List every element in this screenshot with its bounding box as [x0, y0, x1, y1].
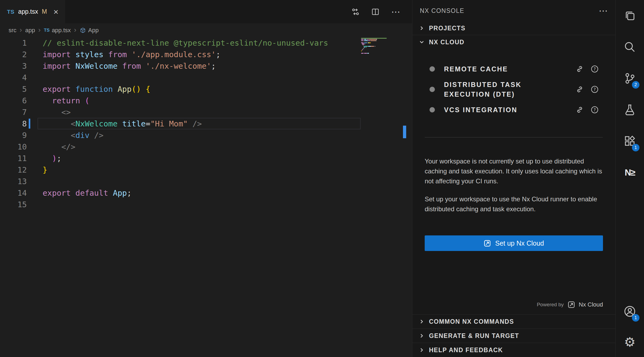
- extensions-badge: 1: [632, 144, 639, 151]
- setup-hint-text: Set up your workspace to use the Nx Clou…: [425, 194, 603, 214]
- code-line[interactable]: 10 </>: [0, 141, 361, 152]
- code-editor[interactable]: 1// eslint-disable-next-line @typescript…: [0, 37, 412, 210]
- line-number[interactable]: 14: [0, 188, 27, 198]
- account-icon[interactable]: 1: [617, 298, 643, 325]
- open-changes-icon[interactable]: [351, 8, 360, 16]
- code-line[interactable]: 9 <div />: [0, 129, 361, 141]
- nx-cloud-feature-item: REMOTE CACHE ?: [412, 59, 615, 79]
- code-line[interactable]: 7 <>: [0, 106, 361, 118]
- setup-button-label: Set up Nx Cloud: [495, 239, 544, 247]
- line-number[interactable]: 12: [0, 165, 27, 174]
- help-icon[interactable]: ?: [591, 85, 599, 93]
- code-line[interactable]: 14export default App;: [0, 187, 361, 199]
- line-number[interactable]: 1: [0, 38, 27, 48]
- nx-cloud-feature-list: REMOTE CACHE ? DISTRIBUTED TASK EXECUTIO…: [412, 59, 615, 120]
- activity-bar-top: 2 1 N≥: [617, 2, 643, 186]
- settings-gear-icon[interactable]: ⚙: [617, 329, 643, 356]
- chevron-separator-icon: ›: [74, 26, 76, 33]
- close-tab-button[interactable]: ×: [53, 8, 58, 16]
- connect-icon[interactable]: [576, 85, 584, 93]
- line-number[interactable]: 13: [0, 177, 27, 186]
- search-icon[interactable]: [617, 34, 643, 60]
- code-line[interactable]: 12}: [0, 164, 361, 176]
- minimap[interactable]: [361, 38, 405, 55]
- breadcrumb-app[interactable]: app: [25, 27, 35, 34]
- line-number[interactable]: 11: [0, 154, 27, 163]
- split-editor-icon[interactable]: [371, 8, 379, 16]
- code-line[interactable]: 15: [0, 199, 361, 210]
- code-text: import styles from './app.module.css';: [43, 50, 221, 59]
- section-label: HELP AND FEEDBACK: [429, 347, 503, 354]
- breadcrumb: src › app › TS app.tsx › App: [0, 23, 412, 37]
- chevron-right-icon: [418, 318, 425, 325]
- code-line[interactable]: 8 <NxWelcome title="Hi Mom" />: [0, 118, 361, 129]
- code-text: <>: [43, 108, 71, 117]
- code-line[interactable]: 13: [0, 176, 361, 187]
- git-modified-badge: M: [42, 8, 47, 15]
- collapsed-section-row[interactable]: COMMON NX COMMANDS: [412, 314, 615, 329]
- gutter-modified-indicator: [29, 119, 30, 129]
- extensions-icon[interactable]: 1: [617, 128, 643, 155]
- panel-header: NX CONSOLE ⋯: [412, 0, 615, 21]
- setup-nx-cloud-button[interactable]: Set up Nx Cloud: [425, 235, 603, 251]
- code-line[interactable]: 4: [0, 72, 361, 83]
- code-text: export function App() {: [43, 85, 150, 94]
- line-number[interactable]: 8: [0, 119, 27, 128]
- line-number[interactable]: 7: [0, 108, 27, 117]
- breadcrumb-src[interactable]: src: [9, 27, 16, 34]
- line-number[interactable]: 2: [0, 50, 27, 59]
- section-label: NX CLOUD: [429, 39, 464, 46]
- more-actions-icon[interactable]: ⋯: [391, 7, 400, 16]
- line-number[interactable]: 6: [0, 96, 27, 105]
- status-dot-icon: [430, 66, 435, 72]
- code-line[interactable]: 6 return (: [0, 95, 361, 106]
- code-line[interactable]: 2import styles from './app.module.css';: [0, 49, 361, 60]
- help-icon[interactable]: ?: [591, 106, 599, 114]
- chevron-right-icon: [418, 347, 425, 354]
- feature-label: REMOTE CACHE: [444, 64, 508, 74]
- svg-text:?: ?: [594, 107, 596, 112]
- section-label: GENERATE & RUN TARGET: [429, 332, 519, 340]
- line-number[interactable]: 3: [0, 61, 27, 71]
- code-text: return (: [43, 96, 90, 105]
- testing-beaker-icon[interactable]: [617, 96, 643, 123]
- code-text: <NxWelcome title="Hi Mom" />: [43, 119, 202, 128]
- code-text: export default App;: [43, 188, 132, 198]
- code-line[interactable]: 5export function App() {: [0, 83, 361, 95]
- collapsed-section-row[interactable]: HELP AND FEEDBACK: [412, 343, 615, 357]
- status-dot-icon: [430, 87, 435, 92]
- collapsed-sections: COMMON NX COMMANDS GENERATE & RUN TARGET…: [412, 314, 615, 357]
- tab-app-tsx[interactable]: TS app.tsx M ×: [0, 0, 66, 23]
- source-control-badge: 2: [632, 81, 639, 89]
- connect-icon[interactable]: [576, 65, 584, 73]
- code-line[interactable]: 3import NxWelcome from './nx-welcome';: [0, 60, 361, 72]
- line-number[interactable]: 9: [0, 131, 27, 140]
- divider: [425, 137, 603, 137]
- line-number[interactable]: 10: [0, 142, 27, 151]
- nx-console-icon[interactable]: N≥: [617, 159, 643, 186]
- help-icon[interactable]: ?: [591, 65, 599, 73]
- tab-label: app.tsx: [18, 8, 38, 15]
- status-dot-icon: [430, 107, 435, 112]
- source-control-icon[interactable]: 2: [617, 65, 643, 92]
- feature-label: DISTRIBUTED TASK EXECUTION (DTE): [444, 80, 570, 99]
- typescript-file-icon: TS: [44, 28, 50, 33]
- connect-icon[interactable]: [576, 106, 584, 114]
- code-line[interactable]: 11 );: [0, 152, 361, 164]
- line-number[interactable]: 4: [0, 73, 27, 82]
- breadcrumb-file[interactable]: TS app.tsx: [44, 27, 71, 34]
- typescript-file-icon: TS: [7, 9, 14, 15]
- nx-console-panel: NX CONSOLE ⋯ PROJECTS NX CLOUD REMOTE CA…: [412, 0, 615, 357]
- panel-more-actions-icon[interactable]: ⋯: [599, 6, 608, 15]
- line-number[interactable]: 15: [0, 200, 27, 209]
- editor-actions: ⋯: [351, 0, 412, 23]
- section-projects[interactable]: PROJECTS: [412, 21, 615, 35]
- explorer-icon[interactable]: [617, 2, 643, 29]
- code-line[interactable]: 1// eslint-disable-next-line @typescript…: [0, 37, 361, 49]
- section-nx-cloud[interactable]: NX CLOUD: [412, 35, 615, 49]
- line-number[interactable]: 5: [0, 85, 27, 94]
- activity-bar: 2 1 N≥ 1 ⚙: [615, 0, 644, 357]
- collapsed-section-row[interactable]: GENERATE & RUN TARGET: [412, 329, 615, 343]
- code-text: <div />: [43, 131, 103, 140]
- breadcrumb-symbol-app[interactable]: App: [80, 27, 99, 34]
